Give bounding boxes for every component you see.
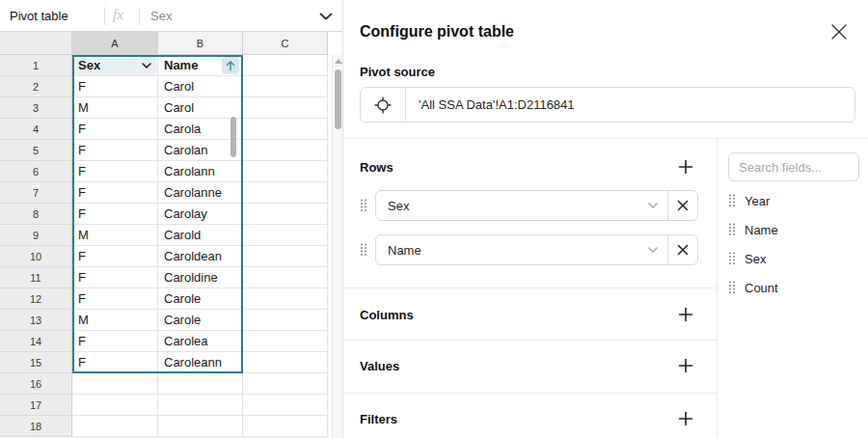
- target-icon[interactable]: [361, 88, 406, 122]
- chevron-down-icon[interactable]: [648, 235, 667, 264]
- drag-handle-icon[interactable]: [728, 194, 736, 207]
- cell-C1[interactable]: [243, 55, 328, 76]
- sort-ascending-icon[interactable]: [222, 57, 239, 74]
- search-fields-input[interactable]: [728, 152, 859, 181]
- formula-input[interactable]: Sex: [150, 9, 172, 23]
- cell-A12[interactable]: F: [72, 288, 158, 310]
- row-header-11[interactable]: 11: [0, 267, 72, 288]
- cell-A14[interactable]: F: [72, 331, 158, 352]
- row-header-13[interactable]: 13: [0, 310, 72, 331]
- remove-field-button[interactable]: [667, 235, 697, 264]
- cell-B17[interactable]: [158, 395, 243, 416]
- row-header-12[interactable]: 12: [0, 288, 72, 310]
- field-item-name[interactable]: Name: [728, 222, 778, 237]
- column-header-B[interactable]: B: [158, 32, 243, 55]
- cell-B8[interactable]: Carolay: [158, 204, 243, 225]
- row-header-6[interactable]: 6: [0, 161, 72, 182]
- cell-C3[interactable]: [243, 97, 328, 119]
- add-filter-button[interactable]: [678, 411, 693, 426]
- cell-B15[interactable]: Caroleann: [158, 352, 243, 373]
- row-header-18[interactable]: 18: [0, 416, 72, 437]
- row-header-16[interactable]: 16: [0, 373, 72, 395]
- name-box[interactable]: Pivot table: [10, 9, 68, 23]
- cell-B7[interactable]: Carolanne: [158, 182, 243, 204]
- cell-A7[interactable]: F: [72, 182, 158, 204]
- formula-bar-chevron-down-icon[interactable]: [319, 13, 333, 20]
- drag-handle-icon[interactable]: [360, 243, 367, 257]
- cell-C10[interactable]: [243, 246, 328, 267]
- cell-A10[interactable]: F: [72, 246, 158, 267]
- cell-B14[interactable]: Carolea: [158, 331, 243, 352]
- cell-B13[interactable]: Carole: [158, 310, 243, 331]
- drag-handle-icon[interactable]: [360, 199, 367, 212]
- field-select[interactable]: Sex: [375, 190, 698, 221]
- cell-C4[interactable]: [243, 119, 328, 140]
- cell-B2[interactable]: Carol: [158, 76, 243, 97]
- cell-C6[interactable]: [243, 161, 328, 182]
- pivot-source-input[interactable]: 'All SSA Data'!A1:D2116841: [360, 87, 855, 123]
- add-value-field-button[interactable]: [678, 358, 693, 373]
- drag-handle-icon[interactable]: [728, 281, 736, 294]
- cell-C7[interactable]: [243, 182, 328, 204]
- remove-field-button[interactable]: [667, 191, 697, 220]
- column-header-A[interactable]: A: [72, 32, 158, 55]
- cell-B1[interactable]: Name: [158, 55, 243, 76]
- cell-B11[interactable]: Caroldine: [158, 267, 243, 288]
- cell-A15[interactable]: F: [72, 352, 158, 373]
- cell-A17[interactable]: [72, 395, 158, 416]
- cell-C2[interactable]: [243, 76, 328, 97]
- cell-B16[interactable]: [158, 373, 243, 395]
- row-header-1[interactable]: 1: [0, 55, 72, 76]
- field-select-value[interactable]: Name: [376, 235, 648, 264]
- cell-C8[interactable]: [243, 204, 328, 225]
- cell-A9[interactable]: M: [72, 225, 158, 246]
- cell-B12[interactable]: Carole: [158, 288, 243, 310]
- corner-select-all[interactable]: [0, 32, 72, 55]
- row-header-7[interactable]: 7: [0, 182, 72, 204]
- cell-A5[interactable]: F: [72, 140, 158, 161]
- row-header-4[interactable]: 4: [0, 119, 72, 140]
- cell-A8[interactable]: F: [72, 204, 158, 225]
- cell-B10[interactable]: Caroldean: [158, 246, 243, 267]
- drag-handle-icon[interactable]: [728, 223, 736, 236]
- cell-C12[interactable]: [243, 288, 328, 310]
- row-header-9[interactable]: 9: [0, 225, 72, 246]
- field-select-value[interactable]: Sex: [376, 191, 648, 220]
- cell-A3[interactable]: M: [72, 97, 158, 119]
- row-header-10[interactable]: 10: [0, 246, 72, 267]
- row-header-5[interactable]: 5: [0, 140, 72, 161]
- sheet-vertical-scrollbar[interactable]: [332, 55, 342, 438]
- row-header-8[interactable]: 8: [0, 204, 72, 225]
- cell-A2[interactable]: F: [72, 76, 158, 97]
- row-header-14[interactable]: 14: [0, 331, 72, 352]
- pivot-table-scrollbar-thumb[interactable]: [231, 117, 236, 157]
- scrollbar-thumb[interactable]: [335, 69, 341, 129]
- cell-A18[interactable]: [72, 416, 158, 437]
- field-item-count[interactable]: Count: [728, 280, 778, 295]
- field-item-sex[interactable]: Sex: [728, 251, 766, 266]
- cell-C13[interactable]: [243, 310, 328, 331]
- drag-handle-icon[interactable]: [728, 252, 736, 265]
- cell-A11[interactable]: F: [72, 267, 158, 288]
- row-header-2[interactable]: 2: [0, 76, 72, 97]
- cell-C11[interactable]: [243, 267, 328, 288]
- cell-B6[interactable]: Carolann: [158, 161, 243, 182]
- cell-C5[interactable]: [243, 140, 328, 161]
- cell-A16[interactable]: [72, 373, 158, 395]
- cell-A6[interactable]: F: [72, 161, 158, 182]
- cell-C17[interactable]: [243, 395, 328, 416]
- cell-C16[interactable]: [243, 373, 328, 395]
- cell-A13[interactable]: M: [72, 310, 158, 331]
- cell-C14[interactable]: [243, 331, 328, 352]
- cell-C18[interactable]: [243, 416, 328, 437]
- field-select[interactable]: Name: [375, 234, 698, 265]
- column-header-C[interactable]: C: [243, 32, 328, 55]
- scroll-up-arrow-icon[interactable]: [335, 59, 342, 64]
- row-header-17[interactable]: 17: [0, 395, 72, 416]
- cell-B3[interactable]: Carol: [158, 97, 243, 119]
- close-icon[interactable]: [830, 23, 848, 41]
- filter-chevron-down-icon[interactable]: [142, 63, 151, 68]
- cell-B9[interactable]: Carold: [158, 225, 243, 246]
- cell-C9[interactable]: [243, 225, 328, 246]
- add-row-field-button[interactable]: [678, 159, 693, 175]
